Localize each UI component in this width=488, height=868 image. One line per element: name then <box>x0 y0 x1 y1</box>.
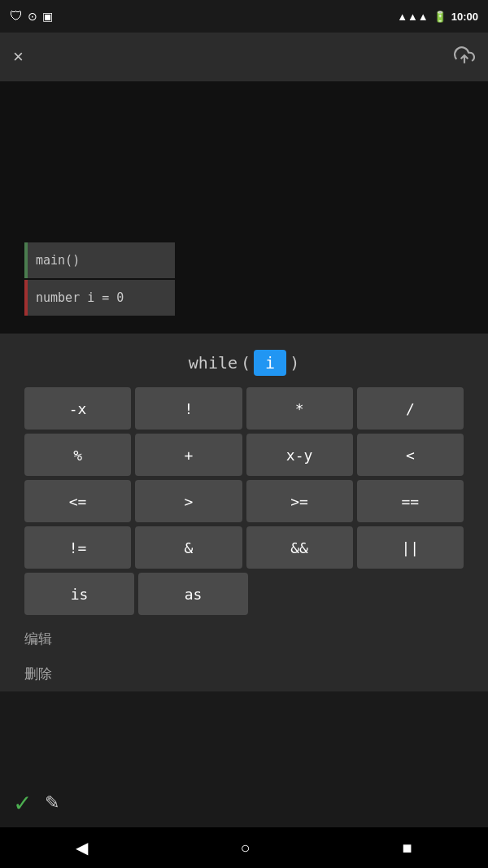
shield-icon: 🛡 <box>10 9 23 24</box>
code-blocks: main() number i = 0 <box>24 242 175 317</box>
sim-icon: ▣ <box>42 10 53 23</box>
op-bitand[interactable]: & <box>135 526 242 569</box>
op-add[interactable]: + <box>135 434 242 476</box>
home-button[interactable]: ○ <box>240 839 250 857</box>
op-as[interactable]: as <box>138 573 248 615</box>
op-lt[interactable]: < <box>357 434 464 476</box>
top-toolbar: × <box>0 33 488 81</box>
op-not[interactable]: ! <box>135 387 242 430</box>
operator-grid: -x ! * / % + x-y < <= > >= == != & && || <box>0 387 488 569</box>
check-icon: ✓ <box>13 791 32 816</box>
back-button[interactable]: ◀ <box>76 838 88 857</box>
op-eq[interactable]: == <box>357 480 464 522</box>
menu-edit[interactable]: 编辑 <box>24 622 464 656</box>
close-button[interactable]: × <box>13 46 24 68</box>
recent-button[interactable]: ■ <box>402 839 412 857</box>
code-block-main-text: main() <box>36 253 80 268</box>
signal-icon: ▲▲▲ <box>397 11 429 23</box>
while-keyword: while <box>189 353 237 373</box>
bottom-bar: ✓ ✎ <box>0 779 488 827</box>
status-right: ▲▲▲ 🔋 10:00 <box>397 11 478 23</box>
while-paren-open: ( <box>241 353 251 373</box>
confirm-button[interactable]: ✓ <box>13 790 32 817</box>
op-gte[interactable]: >= <box>246 480 353 522</box>
menu-delete[interactable]: 删除 <box>24 656 464 691</box>
op-neg[interactable]: -x <box>24 387 131 430</box>
battery-icon: 🔋 <box>434 11 447 23</box>
status-bar: 🛡 ⊙ ▣ ▲▲▲ 🔋 10:00 <box>0 0 488 33</box>
op-is[interactable]: is <box>24 573 134 615</box>
code-block-number-text: number i = 0 <box>36 290 124 305</box>
op-lte[interactable]: <= <box>24 480 131 522</box>
op-gt[interactable]: > <box>135 480 242 522</box>
menu-items: 编辑 删除 <box>0 615 488 691</box>
op-and[interactable]: && <box>246 526 353 569</box>
code-canvas: main() number i = 0 <box>0 81 488 334</box>
time-display: 10:00 <box>451 11 478 23</box>
word-ops-row: is as <box>0 573 488 615</box>
op-div[interactable]: / <box>357 387 464 430</box>
keyboard-panel: while ( i ) -x ! * / % + x-y < <= > >= =… <box>0 334 488 691</box>
status-icons: 🛡 ⊙ ▣ <box>10 9 53 24</box>
circle-icon: ⊙ <box>28 10 37 23</box>
op-mul[interactable]: * <box>246 387 353 430</box>
while-expression: while ( i ) <box>0 342 488 387</box>
while-paren-close: ) <box>290 353 299 373</box>
op-neq[interactable]: != <box>24 526 131 569</box>
upload-button[interactable] <box>454 45 475 70</box>
op-sub[interactable]: x-y <box>246 434 353 476</box>
pencil-icon: ✎ <box>45 792 59 813</box>
while-token[interactable]: i <box>254 350 286 376</box>
code-block-number[interactable]: number i = 0 <box>24 280 175 316</box>
op-mod[interactable]: % <box>24 434 131 476</box>
nav-bar: ◀ ○ ■ <box>0 827 488 868</box>
edit-button[interactable]: ✎ <box>45 792 59 813</box>
op-or[interactable]: || <box>357 526 464 569</box>
code-block-main[interactable]: main() <box>24 242 175 278</box>
